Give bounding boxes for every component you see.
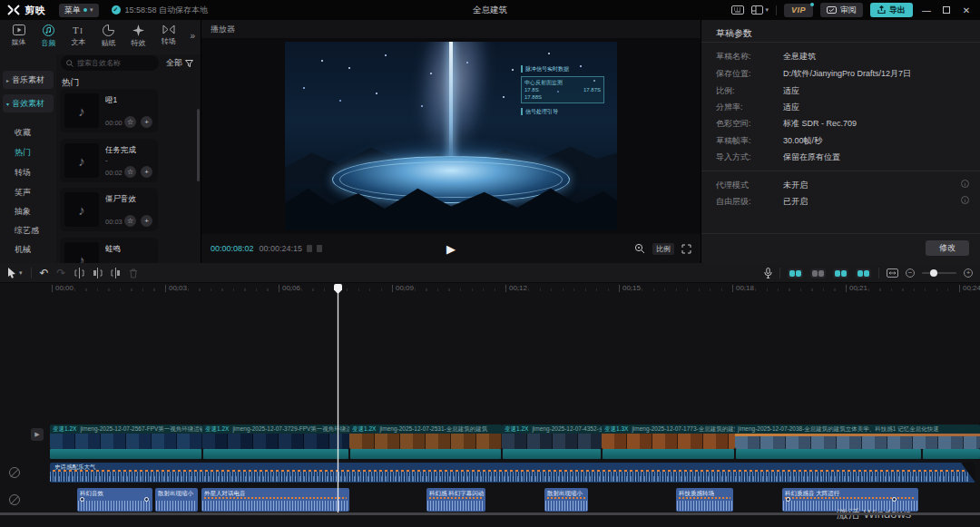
quality-enhance-icon[interactable] — [634, 243, 645, 254]
menu-button[interactable]: 菜单 ▾ — [59, 4, 99, 17]
window-minimize-button[interactable]: — — [920, 5, 933, 15]
music-clip[interactable]: 史诗感配乐大气 — [50, 463, 975, 483]
category-abstract[interactable]: 抽象 — [15, 206, 31, 219]
timeline-ruler[interactable]: 00:00 00:03 00:06 00:09 00:12 00:15 00:1… — [0, 283, 980, 296]
zoom-out-button[interactable]: − — [906, 268, 915, 278]
clip-filename: jimeng-2025-12-07-4352-全息 — [532, 425, 602, 434]
sound-card[interactable]: ♪ 蛙鸣 — [60, 238, 158, 263]
video-track-toggle-icon[interactable]: ▶ — [31, 428, 44, 441]
sfx-clip[interactable]: 散射出现缩小 — [155, 488, 198, 512]
linkage-toggle-icon[interactable] — [810, 268, 826, 278]
category-transition[interactable]: 转场 — [15, 167, 31, 180]
sfx-clip[interactable]: 外星人对话电音 — [201, 488, 349, 512]
sound-card[interactable]: ♪ 僵尸音效 00:03 ☆ + — [60, 188, 158, 231]
effect-segment[interactable] — [203, 449, 348, 459]
window-close-button[interactable]: ✕ — [960, 5, 973, 15]
timeline-horizontal-scrollbar[interactable] — [0, 512, 980, 515]
timeline-fit-icon[interactable] — [887, 268, 898, 278]
mute-track-icon[interactable] — [9, 467, 20, 478]
redo-button[interactable]: ↷ — [57, 267, 66, 279]
tab-transitions[interactable]: 转场 — [153, 20, 183, 46]
playhead-line[interactable] — [338, 285, 338, 514]
sfx-clip[interactable]: 科幻感 科幻字幕闪动 — [426, 488, 485, 512]
sfx-clip[interactable]: 散射出现缩小 — [544, 488, 588, 512]
mark-out-icon[interactable] — [317, 245, 322, 252]
window-maximize-button[interactable] — [940, 5, 953, 15]
sound-card[interactable]: ♪ 任务完成 - 00:02 ☆ + — [60, 139, 158, 182]
fullscreen-icon[interactable] — [681, 244, 691, 254]
zoom-in-button[interactable]: + — [964, 268, 973, 278]
category-mechanical[interactable]: 机械 — [15, 244, 31, 257]
clip-thumbnails — [202, 434, 349, 449]
favorite-star-icon[interactable]: ☆ — [124, 215, 136, 227]
play-button[interactable]: ▶ — [446, 242, 456, 256]
delete-button[interactable] — [129, 268, 138, 278]
info-icon[interactable]: i — [961, 180, 969, 188]
sfx-clip[interactable]: 科技质感转场 — [676, 488, 733, 512]
category-variety[interactable]: 综艺感 — [15, 225, 39, 238]
jianying-app: 剪映 菜单 ▾ ✓ 15:58:58 自动保存本地 全息建筑 ▾ VIP — [0, 0, 980, 527]
tab-effects[interactable]: 特效 — [123, 20, 153, 48]
ratio-button[interactable]: 比例 — [652, 243, 674, 255]
keyframe-icon[interactable] — [80, 497, 84, 502]
search-input[interactable] — [77, 59, 150, 67]
video-clip[interactable]: jimeng-2025-12-07-2038-全息建筑的建筑立体美学、科技感1 … — [735, 425, 980, 449]
snap-toggle-icon[interactable] — [788, 268, 803, 278]
info-icon[interactable]: i — [961, 196, 969, 204]
export-button[interactable]: 导出 — [870, 3, 913, 17]
keyframe-icon[interactable] — [144, 497, 149, 502]
auto-scroll-toggle-icon[interactable] — [856, 268, 871, 278]
effect-segment[interactable] — [736, 449, 921, 459]
favorite-star-icon[interactable]: ☆ — [124, 116, 136, 128]
mute-track-icon[interactable] — [9, 494, 20, 505]
mark-in-icon[interactable] — [307, 245, 312, 252]
video-clip[interactable]: 变速1.2Xjimeng-2025-12-07-2531-全息建筑的建筑 — [349, 425, 502, 449]
trim-right-button[interactable] — [111, 268, 121, 278]
trim-left-button[interactable] — [93, 268, 103, 278]
keyframe-icon[interactable] — [786, 497, 790, 502]
record-voiceover-button[interactable] — [764, 268, 772, 278]
tab-sticker[interactable]: 贴纸 — [93, 20, 123, 48]
split-button[interactable] — [74, 268, 84, 278]
video-preview[interactable]: 脉冲信号实时数据 中心反射面监测 17.8S17.87S 17.88S 信号处理… — [285, 42, 617, 230]
effect-segment[interactable] — [503, 449, 601, 459]
shortcut-keyboard-icon[interactable] — [731, 5, 744, 15]
timeline-zoom-slider[interactable] — [922, 272, 956, 274]
review-button[interactable]: 审阅 — [820, 3, 863, 17]
add-to-track-icon[interactable]: + — [141, 166, 152, 178]
effect-segment[interactable] — [603, 449, 734, 459]
row-label: 自由层级: — [716, 196, 751, 208]
select-tool-button[interactable]: ▾ — [7, 268, 23, 278]
video-clip[interactable]: 变速1.2Xjimeng-2025-12-07-2567-FPV第一视角环绕运镜 — [50, 425, 202, 449]
effect-segment[interactable] — [350, 449, 501, 459]
preview-axis-toggle-icon[interactable] — [833, 268, 848, 278]
add-to-track-icon[interactable]: + — [141, 215, 152, 227]
layout-switch-button[interactable]: ▾ — [751, 5, 769, 15]
favorite-star-icon[interactable]: ☆ — [124, 166, 136, 178]
tab-media[interactable]: 媒体 — [4, 20, 34, 47]
video-clip[interactable]: 变速1.3Xjimeng-2025-12-07-1773-全息建筑的建筑 — [602, 425, 735, 449]
undo-button[interactable]: ↶ — [40, 267, 49, 279]
tab-text[interactable]: TI 文本 — [64, 20, 93, 47]
sound-card[interactable]: ♪ 噔1 00:00 ☆ + — [60, 89, 158, 132]
modify-button[interactable]: 修改 — [926, 240, 969, 256]
effect-segment[interactable] — [50, 449, 201, 459]
more-tabs-button[interactable]: » — [190, 31, 195, 41]
effect-segment[interactable] — [923, 449, 980, 459]
tab-audio[interactable]: 音频 — [34, 20, 64, 48]
category-hot[interactable]: 热门 — [15, 147, 31, 160]
category-favorites[interactable]: 收藏 — [15, 127, 31, 140]
section-sfx-material[interactable]: ▾ 音效素材 — [3, 94, 54, 112]
video-clip[interactable]: 变速1.2Xjimeng-2025-12-07-4352-全息 — [502, 425, 602, 449]
category-laughter[interactable]: 笑声 — [15, 187, 31, 200]
vip-badge[interactable]: VIP — [784, 4, 813, 17]
keyframe-icon[interactable] — [892, 497, 897, 502]
search-box[interactable] — [61, 55, 159, 71]
sfx-clip[interactable]: 科幻音效 — [77, 488, 152, 512]
scrollbar[interactable] — [197, 109, 200, 181]
filter-all-button[interactable]: 全部 — [166, 57, 193, 69]
video-clip[interactable]: 变速1.2Xjimeng-2025-12-07-3729-FPV第一视角环绕运镜 — [202, 425, 349, 449]
zoom-slider-handle[interactable] — [930, 269, 937, 277]
add-to-track-icon[interactable]: + — [141, 116, 152, 128]
section-music-material[interactable]: ▸ 音乐素材 — [3, 71, 54, 89]
